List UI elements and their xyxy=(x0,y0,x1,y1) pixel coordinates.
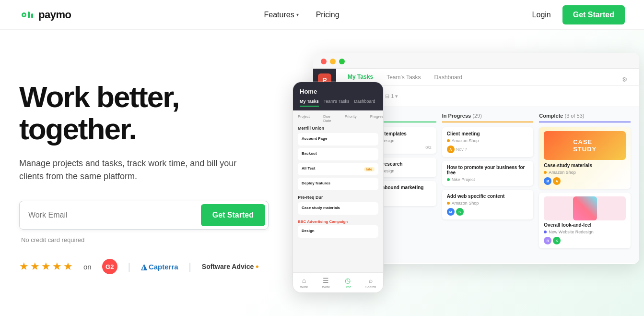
card-avatar-2: M xyxy=(447,208,455,216)
mobile-section-bbc: BBC Advertising Campaign Design xyxy=(298,219,378,238)
window-maximize-dot xyxy=(339,59,345,64)
star-rating: ★ ★ ★ ★ ★ xyxy=(19,260,73,273)
mobile-item-backout[interactable]: Backout xyxy=(298,148,378,160)
no-credit-card-text: No credit card required xyxy=(19,236,288,243)
g2-badge: G2 xyxy=(102,259,117,274)
ratings-row: ★ ★ ★ ★ ★ on G2 | ◮ Capterra | Software … xyxy=(19,259,288,274)
get-started-hero-button[interactable]: Get Started xyxy=(201,204,265,226)
mobile-section-title-1: Merrill Union xyxy=(298,126,378,131)
window-close-dot xyxy=(321,59,327,64)
divider-1: | xyxy=(128,261,130,272)
kanban-col-complete: Complete (3 of 53) CASESTUDY Case-study … xyxy=(536,113,633,252)
mobile-content: Project Due Date Priority Progress Merri… xyxy=(293,110,383,287)
kanban-col-inprogress: In Progress (29) Client meeting Amazon S… xyxy=(439,113,537,252)
card-avatar-3: S xyxy=(456,208,464,216)
card-avatar-4: M xyxy=(544,177,551,185)
mobile-nav-time[interactable]: ◷ Time xyxy=(344,277,351,289)
software-advice-logo: Software Advice • xyxy=(202,262,259,272)
hero-right: Home My Tasks Team's Tasks Dashboard Pro… xyxy=(297,53,625,303)
hero-section: Work better, together. Manage projects a… xyxy=(0,30,644,316)
nav-links: Features ▾ Pricing xyxy=(264,11,339,19)
mobile-bbc-label: BBC Advertising Campaign xyxy=(298,219,378,224)
mobile-search-icon: ⌕ xyxy=(369,277,373,284)
mobile-badge-late: late xyxy=(364,167,375,171)
window-titlebar xyxy=(313,53,639,69)
hero-subtext: Manage projects and tasks, track work ti… xyxy=(19,157,240,184)
mobile-tab-teamtasks[interactable]: Team's Tasks xyxy=(324,99,350,107)
kanban-card-7[interactable]: CASESTUDY Case-study materials Amazon Sh… xyxy=(539,127,631,189)
mobile-title: Home xyxy=(300,88,376,95)
mobile-home-icon: ⌂ xyxy=(302,277,306,284)
logo[interactable]: paymo xyxy=(19,7,71,23)
filter-icon[interactable]: ⊟ 1 ▾ xyxy=(385,93,398,99)
hero-form: Get Started xyxy=(19,201,269,230)
mobile-item-deploy[interactable]: Deploy features xyxy=(298,178,378,190)
window-tabs: My Tasks Team's Tasks Dashboard ⚙ xyxy=(336,69,639,85)
mobile-item-casestudy[interactable]: Case study materials xyxy=(298,202,378,215)
mobile-clock-icon: ◷ xyxy=(345,277,351,284)
svg-rect-3 xyxy=(28,12,30,18)
mobile-section-title-prereq: Pre-Req Dur xyxy=(298,195,378,200)
email-input[interactable] xyxy=(28,211,201,219)
col-inprogress-header: In Progress (29) xyxy=(442,113,534,122)
mobile-col-priority: Priority xyxy=(345,114,357,123)
mobile-tab-mytasks[interactable]: My Tasks xyxy=(300,99,319,107)
star-2-icon: ★ xyxy=(30,260,40,273)
mobile-bottom-nav: ⌂ Work ☰ Work ◷ Time ⌕ Search xyxy=(293,272,383,292)
mobile-tabs: My Tasks Team's Tasks Dashboard xyxy=(300,99,376,107)
navbar: paymo Features ▾ Pricing Login Get Start… xyxy=(0,0,644,30)
capterra-icon: ◮ xyxy=(141,262,147,271)
kanban-card-5[interactable]: How to promote your business for free Ni… xyxy=(442,161,534,186)
card-avatar-7: K xyxy=(553,237,561,244)
mobile-app-window: Home My Tasks Team's Tasks Dashboard Pro… xyxy=(293,82,384,293)
card-avatar-6: R xyxy=(544,237,551,244)
capterra-logo: ◮ Capterra xyxy=(141,262,178,271)
mobile-nav-search[interactable]: ⌕ Search xyxy=(365,277,376,289)
chevron-down-icon: ▾ xyxy=(296,12,299,17)
kanban-card-4[interactable]: Client meeting Amazon Shop A Nov 7 xyxy=(442,127,534,157)
on-text: on xyxy=(83,263,92,271)
star-1-icon: ★ xyxy=(19,260,29,273)
mobile-col-duedate: Due Date xyxy=(323,114,331,123)
mobile-list-icon: ☰ xyxy=(323,277,329,284)
mobile-item-alltest[interactable]: All Test late xyxy=(298,163,378,175)
hero-heading: Work better, together. xyxy=(19,81,288,146)
tab-team-tasks[interactable]: Team's Tasks xyxy=(386,74,421,85)
mobile-nav-work-1[interactable]: ⌂ Work xyxy=(300,277,308,289)
star-half-icon: ★ xyxy=(63,260,73,273)
mobile-nav-work-2[interactable]: ☰ Work xyxy=(322,277,329,289)
svg-rect-4 xyxy=(31,13,33,18)
get-started-nav-button[interactable]: Get Started xyxy=(562,5,625,24)
star-4-icon: ★ xyxy=(52,260,62,273)
nav-pricing[interactable]: Pricing xyxy=(316,11,340,19)
kanban-card-6[interactable]: Add web specific content Amazon Shop M S xyxy=(442,190,534,219)
kanban-card-8[interactable]: Overall look-and-feel New Website Redesi… xyxy=(539,193,631,248)
mobile-section-prereq: Pre-Req Dur Case study materials xyxy=(298,195,378,215)
hero-left: Work better, together. Manage projects a… xyxy=(19,81,288,275)
mobile-col-progress: Progress xyxy=(370,114,383,123)
settings-icon[interactable]: ⚙ xyxy=(622,76,628,83)
mobile-item-account[interactable]: Account Page xyxy=(298,133,378,146)
window-minimize-dot xyxy=(330,59,336,64)
mobile-col-project: Project xyxy=(298,114,310,123)
mobile-header: Home My Tasks Team's Tasks Dashboard xyxy=(293,82,383,110)
mobile-tab-dashboard[interactable]: Dashboard xyxy=(354,99,375,107)
sa-dot-icon: • xyxy=(256,262,258,272)
svg-point-2 xyxy=(23,14,25,16)
mobile-section-1: Merrill Union Account Page Backout All T… xyxy=(298,126,378,190)
card-avatar-1: A xyxy=(447,146,455,153)
mobile-item-design[interactable]: Design xyxy=(298,225,378,238)
nav-features[interactable]: Features ▾ xyxy=(264,11,298,19)
logo-text: paymo xyxy=(38,9,71,21)
star-3-icon: ★ xyxy=(41,260,51,273)
divider-2: | xyxy=(189,261,191,272)
tab-dashboard[interactable]: Dashboard xyxy=(434,74,463,85)
card-avatar-5: A xyxy=(553,177,561,185)
nav-actions: Login Get Started xyxy=(532,5,625,24)
case-study-label: CASESTUDY xyxy=(573,138,597,153)
col-complete-header: Complete (3 of 53) xyxy=(539,113,631,122)
login-button[interactable]: Login xyxy=(532,11,551,19)
